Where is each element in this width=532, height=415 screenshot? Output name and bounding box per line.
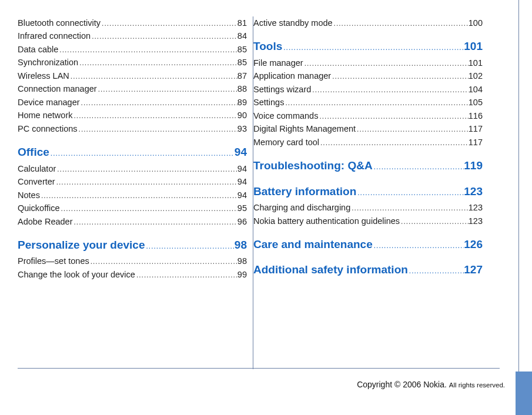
- toc-leader-dots: [373, 162, 464, 173]
- toc-section-heading[interactable]: Office94: [18, 143, 247, 160]
- toc-leader-dots: [40, 190, 237, 202]
- toc-entry[interactable]: Adobe Reader96: [18, 215, 247, 228]
- toc-leader-dots: [80, 98, 237, 109]
- toc-section-heading[interactable]: Tools101: [253, 38, 483, 55]
- toc-column-right: Active standby mode100Tools101File manag…: [253, 16, 488, 352]
- toc-entry-title: Active standby mode: [253, 16, 333, 29]
- toc-entry-title: Digital Rights Management: [253, 122, 356, 135]
- toc-entry-page: 105: [469, 96, 483, 109]
- toc-entry[interactable]: Device manager89: [18, 96, 247, 109]
- toc-entry-title: Synchronization: [18, 56, 78, 69]
- toc-entry-title: Tools: [253, 38, 282, 55]
- toc-entry-page: 84: [237, 29, 247, 42]
- right-margin-rule: [518, 0, 519, 400]
- toc-leader-dots: [58, 45, 237, 56]
- toc-entry-title: PC connections: [18, 122, 78, 135]
- toc-entry-page: 85: [237, 56, 247, 69]
- toc-leader-dots: [400, 216, 469, 227]
- toc-entry[interactable]: Charging and discharging123: [253, 201, 483, 214]
- toc-leader-dots: [350, 203, 469, 214]
- toc-entry-title: Settings: [253, 96, 284, 109]
- toc-entry[interactable]: Synchronization85: [18, 56, 247, 69]
- toc-entry[interactable]: Calculator94: [18, 162, 247, 175]
- toc-entry-title: Application manager: [253, 69, 331, 82]
- toc-leader-dots: [356, 124, 469, 135]
- toc-entry-page: 104: [469, 83, 483, 96]
- toc-section-heading[interactable]: Care and maintenance126: [253, 236, 483, 253]
- toc-entry[interactable]: Change the look of your device99: [18, 268, 247, 281]
- toc-section-heading[interactable]: Additional safety information127: [253, 261, 483, 278]
- toc-entry[interactable]: File manager101: [253, 56, 483, 69]
- toc-entry[interactable]: Settings105: [253, 96, 483, 109]
- toc-entry-page: 81: [237, 16, 247, 29]
- toc-entry-page: 117: [469, 136, 483, 149]
- toc-leader-dots: [311, 85, 468, 96]
- copyright-footer: Copyright © 2006 Nokia. All rights reser…: [357, 380, 505, 389]
- toc-entry[interactable]: PC connections93: [18, 122, 247, 135]
- toc-leader-dots: [303, 58, 469, 69]
- toc-leader-dots: [49, 148, 235, 159]
- toc-entry-title: Infrared connection: [18, 29, 91, 42]
- toc-entry[interactable]: Bluetooth connectivity81: [18, 16, 247, 29]
- toc-entry-page: 119: [464, 157, 483, 174]
- toc-entry[interactable]: Settings wizard104: [253, 83, 483, 96]
- toc-entry-page: 94: [237, 162, 247, 175]
- toc-entry-title: Bluetooth connectivity: [18, 16, 101, 29]
- toc-entry[interactable]: Data cable85: [18, 43, 247, 56]
- toc-entry[interactable]: Nokia battery authentication guidelines1…: [253, 215, 483, 227]
- toc-section-heading[interactable]: Personalize your device98: [18, 236, 247, 253]
- toc-entry[interactable]: Voice commands116: [253, 109, 483, 122]
- toc-entry[interactable]: Wireless LAN87: [18, 69, 247, 82]
- toc-section-heading[interactable]: Battery information123: [253, 183, 483, 200]
- toc-entry-title: Personalize your device: [18, 236, 145, 253]
- toc-entry-page: 87: [237, 69, 247, 82]
- toc-column-left: Bluetooth connectivity81Infrared connect…: [18, 16, 253, 352]
- toc-entry-page: 101: [469, 56, 483, 69]
- toc-entry-title: Home network: [18, 109, 72, 122]
- toc-entry[interactable]: Home network90: [18, 109, 247, 122]
- toc-leader-dots: [319, 138, 469, 149]
- toc-entry[interactable]: Digital Rights Management117: [253, 122, 483, 135]
- toc-entry-page: 93: [237, 122, 247, 135]
- toc-entry-page: 94: [237, 189, 247, 202]
- toc-entry-page: 126: [464, 236, 483, 253]
- toc-entry-title: Additional safety information: [253, 261, 408, 278]
- toc-entry-title: Battery information: [253, 183, 356, 200]
- toc-columns: Bluetooth connectivity81Infrared connect…: [18, 16, 506, 352]
- toc-entry[interactable]: Notes94: [18, 189, 247, 202]
- toc-entry-title: Quickoffice: [18, 202, 59, 215]
- toc-entry-page: 123: [469, 215, 483, 227]
- toc-entry-page: 116: [469, 109, 483, 122]
- toc-entry-page: 98: [235, 236, 247, 253]
- toc-entry-title: Converter: [18, 175, 55, 188]
- toc-leader-dots: [69, 71, 237, 82]
- toc-entry-page: 102: [469, 69, 483, 82]
- bottom-rule: [18, 368, 500, 369]
- toc-entry[interactable]: Active standby mode100: [253, 16, 483, 29]
- toc-entry-page: 85: [237, 43, 247, 56]
- toc-entry[interactable]: Profiles—set tones98: [18, 255, 247, 267]
- toc-entry-title: Calculator: [18, 162, 56, 175]
- toc-leader-dots: [331, 71, 469, 82]
- toc-entry[interactable]: Converter94: [18, 175, 247, 188]
- toc-entry[interactable]: Quickoffice95: [18, 202, 247, 215]
- toc-entry-page: 98: [237, 255, 247, 267]
- toc-page: Bluetooth connectivity81Infrared connect…: [18, 16, 506, 393]
- toc-entry-page: 94: [237, 175, 247, 188]
- toc-entry-title: Device manager: [18, 96, 80, 109]
- toc-entry-title: Wireless LAN: [18, 69, 69, 82]
- toc-entry[interactable]: Application manager102: [253, 69, 483, 82]
- toc-entry[interactable]: Connection manager88: [18, 82, 247, 95]
- toc-entry-title: Notes: [18, 189, 40, 202]
- toc-entry-title: File manager: [253, 56, 303, 69]
- toc-entry-title: Troubleshooting: Q&A: [253, 157, 373, 174]
- toc-entry-title: Voice commands: [253, 109, 318, 122]
- toc-leader-dots: [78, 58, 237, 69]
- toc-entry[interactable]: Infrared connection84: [18, 29, 247, 42]
- toc-entry[interactable]: Memory card tool117: [253, 136, 483, 149]
- toc-leader-dots: [55, 177, 237, 188]
- toc-leader-dots: [91, 31, 237, 42]
- right-color-band: [516, 372, 532, 415]
- toc-section-heading[interactable]: Troubleshooting: Q&A119: [253, 157, 483, 174]
- toc-leader-dots: [356, 188, 464, 199]
